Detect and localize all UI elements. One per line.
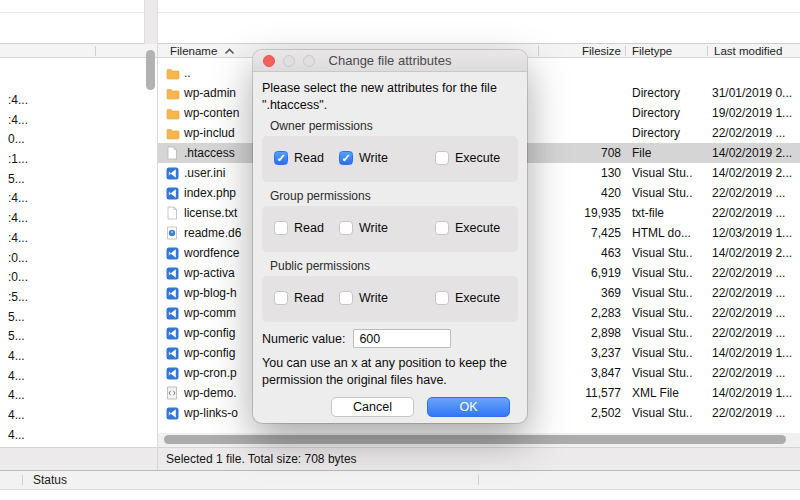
local-list-item[interactable]: 0... — [0, 130, 157, 150]
horizontal-scrollbar-thumb[interactable] — [164, 435, 786, 444]
vertical-scrollbar-thumb[interactable] — [146, 50, 155, 90]
filetype-cell: Visual Stu.. — [632, 363, 708, 383]
group-read-checkbox-item: Read — [274, 221, 324, 235]
local-list-item[interactable]: :4... — [0, 209, 157, 229]
last-modified-cell: 12/03/2019 1... — [712, 223, 798, 243]
column-header-filesize[interactable]: Filesize — [541, 45, 621, 57]
filetype-cell: XML File — [632, 383, 708, 403]
filesize-cell: 3,847 — [541, 363, 621, 383]
local-list-item[interactable]: :4... — [0, 91, 157, 111]
local-list-item[interactable]: :4... — [0, 111, 157, 131]
permission-section-label: Public permissions — [270, 259, 518, 273]
local-panel-status-strip — [0, 447, 157, 470]
local-list-item[interactable]: 4... — [0, 367, 157, 387]
visual-studio-file-icon — [166, 306, 180, 320]
local-list-item[interactable]: 5... — [0, 327, 157, 347]
column-header-filename[interactable]: Filename — [170, 45, 217, 57]
xml-file-icon — [166, 386, 180, 400]
last-modified-cell: 14/02/2019 2... — [712, 243, 798, 263]
public-write-checkbox[interactable] — [339, 291, 353, 305]
last-modified-cell: 22/02/2019 ... — [712, 263, 798, 283]
visual-studio-file-icon — [166, 286, 180, 300]
filename-cell: wp-config — [184, 343, 235, 363]
sort-ascending-icon[interactable] — [224, 46, 235, 58]
filename-cell: .user.ini — [184, 163, 225, 183]
owner-execute-checkbox[interactable] — [435, 151, 449, 165]
public-execute-checkbox[interactable] — [435, 291, 449, 305]
public-read-checkbox-item: Read — [274, 291, 324, 305]
local-list-item[interactable]: 5... — [0, 170, 157, 190]
local-list-item[interactable]: :0... — [0, 249, 157, 269]
close-button[interactable] — [263, 55, 275, 67]
filetype-cell: Directory — [632, 83, 708, 103]
column-divider[interactable] — [707, 46, 708, 56]
status-bar-divider — [22, 475, 23, 485]
checkbox-label: Read — [294, 151, 324, 165]
numeric-value-input[interactable] — [353, 329, 451, 348]
permission-group-box: ✓Read✓WriteExecute — [262, 136, 518, 182]
column-divider[interactable] — [538, 46, 539, 56]
horizontal-scrollbar[interactable] — [158, 433, 800, 447]
last-modified-cell: 14/02/2019 2... — [712, 163, 798, 183]
dialog-titlebar[interactable]: Change file attributes — [253, 50, 527, 72]
filename-cell: index.php — [184, 183, 236, 203]
permission-section-label: Owner permissions — [270, 119, 518, 133]
filetype-cell: Visual Stu.. — [632, 303, 708, 323]
filesize-cell: 2,898 — [541, 323, 621, 343]
filename-cell: wp-demo. — [184, 383, 237, 403]
public-write-checkbox-item: Write — [339, 291, 388, 305]
local-list-item[interactable]: :4... — [0, 189, 157, 209]
group-write-checkbox[interactable] — [339, 221, 353, 235]
local-list-item[interactable]: :1... — [0, 150, 157, 170]
visual-studio-file-icon — [166, 166, 180, 180]
checkbox-label: Write — [359, 221, 388, 235]
column-divider[interactable] — [625, 46, 626, 56]
last-modified-cell: 19/02/2019 1... — [712, 103, 798, 123]
cancel-button[interactable]: Cancel — [331, 397, 414, 417]
local-list-item[interactable]: 4... — [0, 406, 157, 426]
filetype-cell: Visual Stu.. — [632, 243, 708, 263]
last-modified-cell: 14/02/2019 2... — [712, 143, 798, 163]
panel-splitter[interactable] — [144, 0, 158, 44]
filesize-cell: 463 — [541, 243, 621, 263]
owner-execute-checkbox-item: Execute — [435, 151, 500, 165]
filename-cell: .. — [184, 63, 191, 83]
folder-icon — [166, 126, 180, 140]
checkbox-label: Execute — [455, 291, 500, 305]
filetype-cell: txt-file — [632, 203, 708, 223]
owner-read-checkbox[interactable]: ✓ — [274, 151, 288, 165]
local-list-item[interactable]: 4... — [0, 386, 157, 406]
filesize-cell: 3,237 — [541, 343, 621, 363]
local-list-item[interactable]: :0... — [0, 268, 157, 288]
column-header-last-modified[interactable]: Last modified — [714, 45, 782, 57]
local-panel-header — [0, 44, 157, 58]
file-manager-window: :4...:4...0...:1...5...:4...:4...:4...:0… — [0, 0, 800, 500]
group-read-checkbox[interactable] — [274, 221, 288, 235]
visual-studio-file-icon — [166, 326, 180, 340]
checkbox-label: Execute — [455, 221, 500, 235]
ok-button[interactable]: OK — [427, 397, 510, 417]
local-list-item[interactable]: :4... — [0, 229, 157, 249]
public-execute-checkbox-item: Execute — [435, 291, 500, 305]
filetype-cell: Visual Stu.. — [632, 163, 708, 183]
group-execute-checkbox[interactable] — [435, 221, 449, 235]
filename-cell: .htaccess — [184, 143, 235, 163]
numeric-value-label: Numeric value: — [262, 332, 345, 346]
owner-read-checkbox-item: ✓Read — [274, 151, 324, 165]
local-list-item[interactable]: 4... — [0, 347, 157, 367]
folder-icon — [166, 86, 180, 100]
column-divider[interactable] — [95, 46, 96, 56]
local-list-item[interactable]: 4... — [0, 426, 157, 446]
local-list-item[interactable]: :5... — [0, 288, 157, 308]
owner-write-checkbox[interactable]: ✓ — [339, 151, 353, 165]
column-header-filetype[interactable]: Filetype — [632, 45, 672, 57]
filename-cell: wp-cron.p — [184, 363, 237, 383]
visual-studio-file-icon — [166, 266, 180, 280]
local-list-item[interactable]: 5... — [0, 308, 157, 328]
last-modified-cell: 22/02/2019 ... — [712, 283, 798, 303]
filesize-cell: 369 — [541, 283, 621, 303]
visual-studio-file-icon — [166, 406, 180, 420]
permission-group-box: ReadWriteExecute — [262, 276, 518, 322]
last-modified-cell: 14/02/2019 1... — [712, 343, 798, 363]
public-read-checkbox[interactable] — [274, 291, 288, 305]
